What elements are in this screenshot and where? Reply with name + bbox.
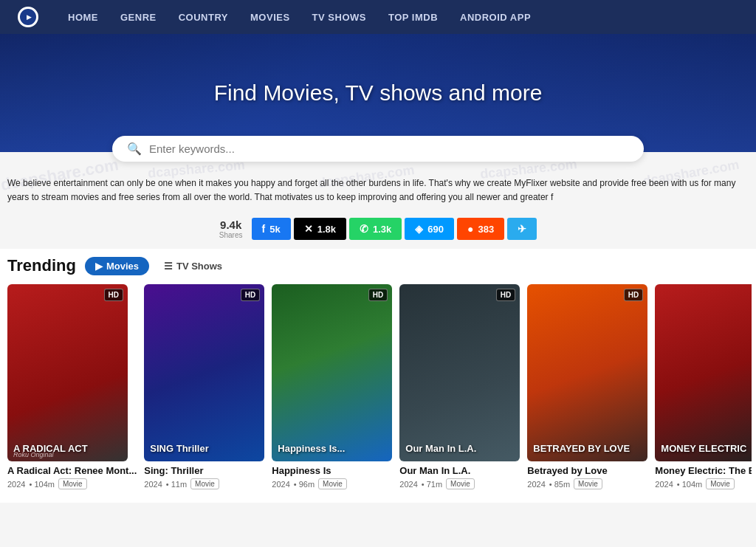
poster-text: MONEY ELECTRIC xyxy=(661,443,752,454)
nav-item-home[interactable]: HOME xyxy=(68,10,98,24)
telegram-icon: ✈ xyxy=(518,223,526,235)
nav-link-home[interactable]: HOME xyxy=(68,12,98,23)
shares-label: Shares xyxy=(219,231,243,239)
movie-thumbnail: HD A RADICAL ACT Roku Original xyxy=(7,284,128,461)
hd-badge: HD xyxy=(104,289,123,301)
twitter-icon: ✕ xyxy=(304,223,313,235)
movie-year: 2024 xyxy=(655,480,673,489)
nav-item-country[interactable]: COUNTRY xyxy=(179,10,228,24)
poster-label: Roku Original xyxy=(13,451,54,458)
movie-duration: • 85m xyxy=(549,480,570,489)
movie-duration: • 104m xyxy=(29,480,54,489)
hd-badge: HD xyxy=(624,289,643,301)
share-total: 9.4k xyxy=(220,219,241,231)
description-text: We believe entertainment can only be one… xyxy=(7,176,749,204)
movie-duration: • 104m xyxy=(677,480,702,489)
movie-meta: 2024 • 71m Movie xyxy=(399,478,520,489)
movie-title: Money Electric: The Bitcoi... xyxy=(655,465,752,476)
movies-tab-label: Movies xyxy=(106,261,139,272)
facebook-icon: f xyxy=(262,223,266,235)
nav-item-movies[interactable]: MOVIES xyxy=(250,10,290,24)
movie-thumbnail: HD Happiness Is... xyxy=(272,284,392,461)
tab-tvshows[interactable]: ☰ TV Shows xyxy=(154,257,233,275)
nav-link-topimdb[interactable]: TOP IMDB xyxy=(388,12,438,23)
poster-text: Our Man In L.A. xyxy=(405,443,514,454)
movie-card[interactable]: HD MONEY ELECTRIC Money Electric: The Bi… xyxy=(655,284,752,491)
movie-year: 2024 xyxy=(527,480,545,489)
nav-item-tvshows[interactable]: TV SHOWS xyxy=(312,10,366,24)
movie-duration: • 96m xyxy=(294,480,315,489)
poster-text: SING Thriller xyxy=(150,443,258,454)
nav-links: HOME GENRE COUNTRY MOVIES TV SHOWS TOP I… xyxy=(68,10,531,24)
nav-link-genre[interactable]: GENRE xyxy=(120,12,157,23)
facebook-count: 5k xyxy=(269,224,280,235)
logo[interactable] xyxy=(18,7,38,27)
nav-item-androidapp[interactable]: ANDROID APP xyxy=(460,10,531,24)
movie-meta: 2024 • 85m Movie xyxy=(527,478,647,489)
hd-badge: HD xyxy=(496,289,515,301)
movie-card[interactable]: HD BETRAYED BY LOVE Betrayed by Love 202… xyxy=(527,284,647,491)
nav-link-androidapp[interactable]: ANDROID APP xyxy=(460,12,531,23)
description-area: dcapshare.com dcapshare.com dcapshare.co… xyxy=(0,162,756,210)
movie-card[interactable]: HD Happiness Is... Happiness Is 2024 • 9… xyxy=(272,284,392,491)
movie-genre-badge: Movie xyxy=(190,478,219,489)
hero-title: Find Movies, TV shows and more xyxy=(214,80,543,106)
nav-link-tvshows[interactable]: TV SHOWS xyxy=(312,12,366,23)
movie-card[interactable]: HD SING Thriller Sing: Thriller 2024 • 1… xyxy=(144,284,264,491)
movies-tab-icon: ▶ xyxy=(95,261,103,272)
movie-meta: 2024 • 104m Movie xyxy=(7,478,137,489)
reddit-icon: ● xyxy=(467,223,473,235)
share-whatsapp-button[interactable]: ✆ 1.3k xyxy=(349,218,402,240)
movie-genre-badge: Movie xyxy=(446,478,475,489)
movie-thumbnail: HD SING Thriller xyxy=(144,284,264,461)
movie-title: Sing: Thriller xyxy=(144,465,264,476)
movies-grid: HD A RADICAL ACT Roku Original A Radical… xyxy=(4,284,752,503)
search-input[interactable] xyxy=(149,142,629,155)
hd-badge: HD xyxy=(368,289,388,301)
movie-thumbnail: HD BETRAYED BY LOVE xyxy=(527,284,647,461)
movie-year: 2024 xyxy=(7,480,25,489)
share-count: 9.4k Shares xyxy=(219,219,243,239)
movie-meta: 2024 • 96m Movie xyxy=(272,478,392,489)
hero-section: Find Movies, TV shows and more xyxy=(0,34,756,152)
twitter-count: 1.8k xyxy=(317,224,336,235)
search-icon: 🔍 xyxy=(127,142,142,156)
trending-tabs: ▶ Movies ☰ TV Shows xyxy=(85,257,233,275)
share-messenger-button[interactable]: ◈ 690 xyxy=(405,218,454,240)
search-bar-wrapper: 🔍 xyxy=(0,136,756,162)
share-reddit-button[interactable]: ● 383 xyxy=(457,218,504,240)
movie-year: 2024 xyxy=(272,480,289,489)
movie-card[interactable]: HD A RADICAL ACT Roku Original A Radical… xyxy=(7,284,137,491)
movie-card[interactable]: HD Our Man In L.A. Our Man In L.A. 2024 … xyxy=(399,284,520,491)
movie-title: A Radical Act: Renee Mont... xyxy=(7,465,137,476)
trending-section: Trending ▶ Movies ☰ TV Shows HD A RADICA… xyxy=(0,249,756,503)
movie-duration: • 11m xyxy=(166,480,187,489)
share-twitter-button[interactable]: ✕ 1.8k xyxy=(294,218,346,240)
movie-genre-badge: Movie xyxy=(574,478,602,489)
poster-text: BETRAYED BY LOVE xyxy=(533,443,642,454)
whatsapp-icon: ✆ xyxy=(360,223,368,235)
movie-year: 2024 xyxy=(399,480,417,489)
movie-info: Our Man In L.A. 2024 • 71m Movie xyxy=(399,461,520,491)
movie-thumbnail: HD Our Man In L.A. xyxy=(399,284,520,461)
movie-genre-badge: Movie xyxy=(318,478,347,489)
movie-info: Betrayed by Love 2024 • 85m Movie xyxy=(527,461,647,491)
navbar: HOME GENRE COUNTRY MOVIES TV SHOWS TOP I… xyxy=(0,0,756,34)
whatsapp-count: 1.3k xyxy=(373,224,391,235)
share-facebook-button[interactable]: f 5k xyxy=(252,218,291,240)
tvshows-tab-label: TV Shows xyxy=(176,261,222,272)
nav-link-movies[interactable]: MOVIES xyxy=(250,12,290,23)
share-telegram-button[interactable]: ✈ xyxy=(507,218,537,240)
nav-item-genre[interactable]: GENRE xyxy=(120,10,157,24)
movie-title: Happiness Is xyxy=(272,465,392,476)
messenger-icon: ◈ xyxy=(415,223,423,235)
movie-meta: 2024 • 11m Movie xyxy=(144,478,264,489)
tvshows-tab-icon: ☰ xyxy=(164,261,173,272)
nav-item-topimdb[interactable]: TOP IMDB xyxy=(388,10,438,24)
tab-movies[interactable]: ▶ Movies xyxy=(85,257,149,275)
nav-link-country[interactable]: COUNTRY xyxy=(179,12,228,23)
movie-title: Our Man In L.A. xyxy=(399,465,520,476)
trending-header: Trending ▶ Movies ☰ TV Shows xyxy=(4,256,752,275)
movie-info: Money Electric: The Bitcoi... 2024 • 104… xyxy=(655,461,752,491)
movie-year: 2024 xyxy=(144,480,162,489)
